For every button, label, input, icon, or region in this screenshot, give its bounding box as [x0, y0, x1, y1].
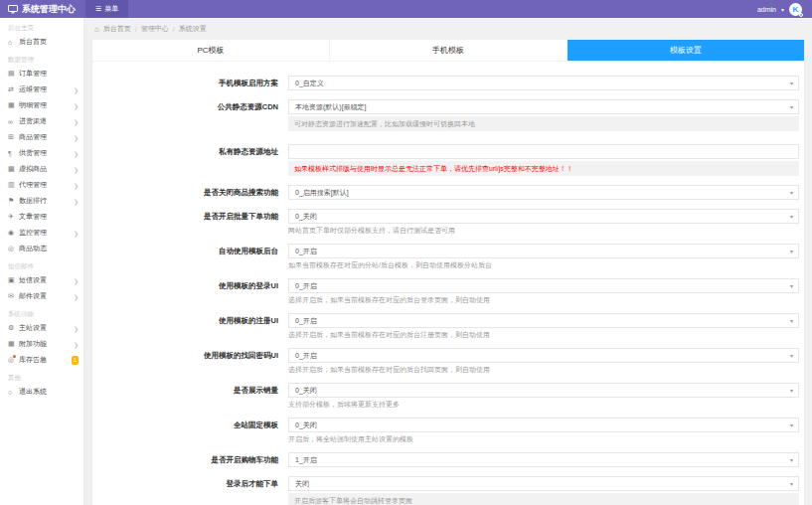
- sidebar-item-商品管理[interactable]: ⊞商品管理❯: [0, 129, 83, 145]
- sidebar-item-短信设置[interactable]: ▣短信设置❯: [0, 272, 83, 288]
- table-icon: ▤: [8, 70, 19, 78]
- sidebar-item-label: 邮件设置: [19, 291, 74, 301]
- select-template-findpwd-ui[interactable]: 0_开启▾: [288, 348, 799, 363]
- template-tabs: PC模板 手机模板 模板设置: [92, 40, 804, 62]
- select-value: 1_开启: [295, 455, 317, 465]
- sidebar-item-商品动态[interactable]: ◎商品动态: [0, 241, 83, 256]
- sidebar-item-监控管理[interactable]: ◉监控管理❯: [0, 225, 83, 241]
- sidebar-item-运维管理[interactable]: ⇄运维管理❯: [0, 82, 83, 97]
- select-show-sales[interactable]: 0_关闭▾: [288, 383, 799, 398]
- sidebar-item-label: 监控管理: [19, 228, 74, 238]
- select-value: 0_自定义: [295, 79, 324, 88]
- form-row-auto-template-admin: 自动使用模板后台0_开启▾如果当前模板存在对应的分站/后台模板，则自动使用模板分…: [92, 244, 799, 269]
- sidebar-item-label: 退出系统: [19, 387, 79, 397]
- sidebar-item-明细管理[interactable]: ▦明细管理❯: [0, 97, 83, 113]
- sidebar-item-数据排行[interactable]: ⚑数据排行❯: [0, 193, 83, 209]
- sidebar-item-邮件设置[interactable]: ✉邮件设置❯: [0, 288, 83, 304]
- chevron-right-icon: ❯: [74, 134, 79, 141]
- input-private-static-url[interactable]: [288, 144, 799, 159]
- sidebar-item-label: 库存告急: [19, 355, 69, 365]
- camera-icon: ◉: [8, 229, 19, 237]
- form-row-template-login-ui: 使用模板的登录UI0_开启▾选择开启后，如果当前模板存在对应的后台登录页面，则自…: [92, 278, 799, 304]
- sidebar-item-代理管理[interactable]: ▥代理管理❯: [0, 177, 83, 193]
- calendar-icon: ▦: [8, 340, 19, 348]
- sidebar-item-label: 进货渠道: [19, 116, 74, 126]
- select-template-login-ui[interactable]: 0_开启▾: [288, 278, 799, 293]
- sidebar-item-label: 供货管理: [19, 148, 74, 158]
- mail-icon: ✉: [8, 292, 19, 300]
- select-value: 关闭: [295, 479, 309, 489]
- form-label-template-findpwd-ui: 使用模板的找回密码UI: [92, 348, 288, 374]
- form-label-template-register-ui: 使用模板的注册UI: [92, 313, 288, 339]
- select-cart-enable[interactable]: 1_开启▾: [288, 452, 799, 467]
- header-menu-button[interactable]: ☰ 菜单: [85, 0, 128, 18]
- main-area: ⌂ 后台首页 / 管理中心 / 系统设置 PC模板 手机模板 模板设置 手机模板…: [84, 18, 812, 505]
- form-hint-template-login-ui: 选择开启后，如果当前模板存在对应的后台登录页面，则自动使用: [288, 295, 799, 304]
- form-label-mobile-template-scheme: 手机模板启用方案: [92, 76, 288, 90]
- breadcrumb-separator: /: [173, 26, 175, 33]
- chart-icon: ▥: [8, 181, 19, 189]
- sidebar-item-后台首页[interactable]: ⌂后台首页: [0, 34, 83, 50]
- header-menu-label: 菜单: [104, 4, 118, 14]
- sidebar-item-进货渠道[interactable]: ∞进货渠道❯: [0, 113, 83, 129]
- sidebar-item-文章管理[interactable]: ✈文章管理: [0, 209, 83, 225]
- form-hint-template-findpwd-ui: 选择开启后，如果当前模板存在对应的后台找回页面，则自动使用: [288, 365, 799, 374]
- chevron-down-icon: ▾: [790, 388, 793, 394]
- form-label-template-login-ui: 使用模板的登录UI: [92, 278, 288, 304]
- select-auto-template-admin[interactable]: 0_开启▾: [288, 244, 799, 258]
- tab-mobile-template[interactable]: 手机模板: [330, 40, 568, 61]
- chevron-down-icon: ▾: [790, 481, 793, 487]
- chevron-right-icon: ❯: [74, 293, 79, 300]
- select-value: 0_开启: [295, 351, 317, 361]
- sidebar-item-库存告急[interactable]: ◎库存告急1: [0, 352, 83, 368]
- sidebar-item-label: 运维管理: [19, 84, 74, 94]
- tab-pc-template[interactable]: PC模板: [92, 40, 330, 61]
- username: admin: [757, 6, 776, 13]
- chevron-right-icon: ❯: [74, 198, 79, 205]
- chevron-right-icon: ❯: [74, 230, 79, 237]
- select-public-cdn[interactable]: 本地资源(默认)[最稳定]▾: [288, 99, 799, 114]
- sidebar-item-虚拟商品[interactable]: ▩虚拟商品❯: [0, 161, 83, 177]
- link-icon: ∞: [8, 118, 19, 125]
- sidebar-item-退出系统[interactable]: ○退出系统: [0, 384, 83, 400]
- form-row-mobile-template-scheme: 手机模板启用方案0_自定义▾: [92, 76, 799, 90]
- tab-template-settings[interactable]: 模板设置: [568, 40, 804, 61]
- form-label-site-fixed-template: 全站固定模板: [92, 418, 288, 443]
- select-close-search[interactable]: 0_启用搜索[默认]▾: [288, 185, 799, 200]
- breadcrumb-item-center[interactable]: 管理中心: [141, 24, 169, 34]
- sidebar-item-label: 商品动态: [19, 244, 79, 253]
- chevron-down-icon: ▾: [790, 283, 793, 289]
- select-template-register-ui[interactable]: 0_开启▾: [288, 313, 799, 328]
- form-hint-auto-template-admin: 如果当前模板存在对应的分站/后台模板，则自动使用模板分站后台: [288, 260, 799, 269]
- sidebar-item-label: 文章管理: [19, 212, 79, 222]
- avatar-letter: K: [793, 5, 799, 14]
- breadcrumb-item-home[interactable]: 后台首页: [103, 24, 131, 34]
- sidebar: 后台主页⌂后台首页数据管理▤订单管理⇄运维管理❯▦明细管理❯∞进货渠道❯⊞商品管…: [0, 18, 84, 505]
- select-login-required-order[interactable]: 关闭▾: [288, 476, 799, 491]
- form-label-close-search: 是否关闭商品搜索功能: [92, 185, 288, 200]
- sidebar-item-主站设置[interactable]: ⚙主站设置❯: [0, 320, 83, 336]
- select-batch-order[interactable]: 0_关闭▾: [288, 209, 799, 224]
- app-brand: 系统管理中心: [0, 3, 85, 16]
- avatar[interactable]: K: [789, 3, 802, 16]
- alert-red-dot: [13, 355, 16, 358]
- chevron-down-icon: ▾: [790, 457, 793, 463]
- select-mobile-template-scheme[interactable]: 0_自定义▾: [288, 76, 799, 90]
- sidebar-item-供货管理[interactable]: ¶供货管理❯: [0, 145, 83, 161]
- truck-icon: ⇄: [8, 85, 19, 93]
- chevron-down-icon: ▾: [781, 6, 784, 13]
- sidebar-item-订单管理[interactable]: ▤订单管理: [0, 66, 83, 82]
- form-control-public-cdn: 本地资源(默认)[最稳定]▾可对静态资源进行加速配置，比如加载缓慢时可切换回本地: [288, 99, 799, 131]
- form-row-private-static-url: 私有静态资源地址如果模板样式排版与使用时显示总是无法正常下单，请优先排查url/…: [92, 144, 799, 176]
- form-label-public-cdn: 公共静态资源CDN: [92, 99, 288, 131]
- select-site-fixed-template[interactable]: 0_关闭▾: [288, 418, 799, 432]
- select-value: 0_启用搜索[默认]: [295, 188, 349, 198]
- sidebar-item-附加功能[interactable]: ▦附加功能❯: [0, 336, 83, 352]
- gear-icon: ⚙: [8, 324, 19, 332]
- calendar-icon: ▦: [8, 101, 19, 109]
- chevron-down-icon: ▾: [790, 249, 793, 254]
- settings-card: PC模板 手机模板 模板设置 手机模板启用方案0_自定义▾公共静态资源CDN本地…: [92, 40, 804, 505]
- breadcrumb-separator: /: [135, 26, 137, 33]
- form-hint-public-cdn: 可对静态资源进行加速配置，比如加载缓慢时可切换回本地: [288, 116, 799, 131]
- user-dropdown[interactable]: admin ▾ K: [757, 3, 812, 16]
